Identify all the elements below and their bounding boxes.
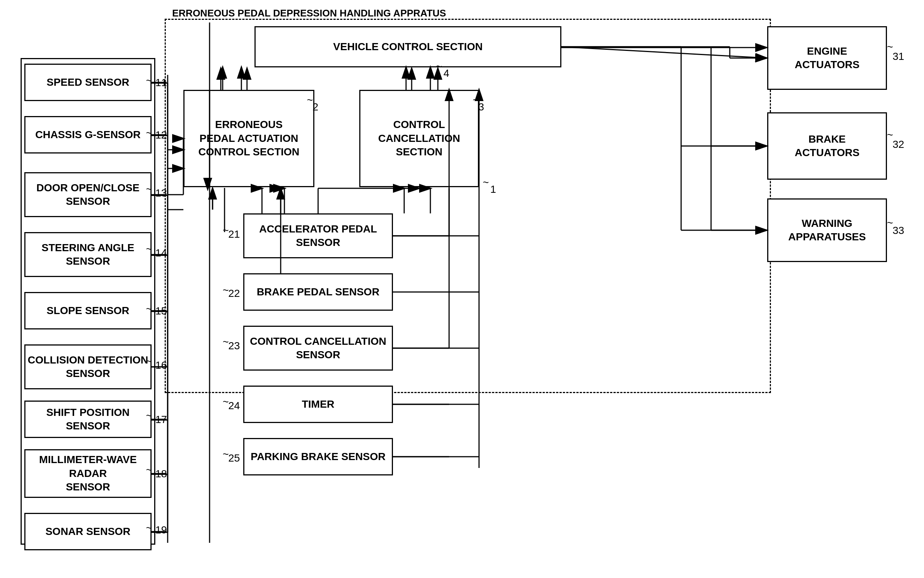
door-open-close-box: DOOR OPEN/CLOSE SENSOR — [24, 172, 152, 217]
tilde-32: ~ — [887, 129, 893, 141]
timer-box: TIMER — [243, 386, 393, 423]
warning-apparatuses-box: WARNING APPARATUSES — [767, 198, 887, 262]
apparatus-label: ERRONEOUS PEDAL DEPRESSION HANDLING APPR… — [172, 8, 446, 19]
ref-25: 25 — [228, 452, 240, 464]
ref-21: 21 — [228, 228, 240, 240]
tilde-15: ~ — [146, 303, 152, 315]
speed-sensor-box: SPEED SENSOR — [24, 63, 152, 101]
ref-11: 11 — [155, 77, 167, 89]
slope-sensor-box: SLOPE SENSOR — [24, 292, 152, 330]
tilde-11: ~ — [146, 75, 152, 87]
tilde-4: ~ — [436, 61, 442, 73]
ref-19: 19 — [155, 524, 167, 536]
ref-13: 13 — [155, 187, 167, 199]
tilde-12: ~ — [146, 127, 152, 139]
ref-16: 16 — [155, 359, 167, 371]
tilde-16: ~ — [146, 356, 152, 368]
ref-15: 15 — [155, 305, 167, 317]
tilde-33: ~ — [887, 217, 893, 229]
tilde-18: ~ — [146, 464, 152, 476]
brake-actuators-box: BRAKE ACTUATORS — [767, 112, 887, 180]
ref-18: 18 — [155, 468, 167, 480]
vehicle-control-box: VEHICLE CONTROL SECTION — [255, 26, 561, 67]
control-cancellation-sensor-box: CONTROL CANCELLATION SENSOR — [243, 326, 393, 370]
tilde-13: ~ — [146, 183, 152, 195]
engine-actuators-box: ENGINE ACTUATORS — [767, 26, 887, 90]
ref-32: 32 — [893, 138, 904, 151]
ref-31: 31 — [893, 50, 904, 63]
tilde-24: ~ — [223, 396, 229, 408]
ref-14: 14 — [155, 247, 167, 259]
millimeter-wave-box: MILLIMETER-WAVE RADAR SENSOR — [24, 449, 152, 498]
ref-3: 3 — [478, 101, 484, 113]
control-cancellation-section-box: CONTROL CANCELLATION SECTION — [359, 90, 479, 187]
steering-angle-box: STEERING ANGLE SENSOR — [24, 232, 152, 277]
ref-17: 17 — [155, 414, 167, 425]
tilde-3: ~ — [473, 94, 479, 106]
ref-4: 4 — [444, 67, 449, 80]
ref-12: 12 — [155, 129, 167, 141]
tilde-14: ~ — [146, 244, 152, 255]
ref-24: 24 — [228, 400, 240, 412]
tilde-31: ~ — [887, 41, 893, 53]
chassis-g-sensor-box: CHASSIS G-SENSOR — [24, 116, 152, 154]
ref-33: 33 — [893, 225, 904, 237]
tilde-23: ~ — [223, 336, 229, 348]
tilde-1: ~ — [483, 177, 489, 189]
shift-position-box: SHIFT POSITION SENSOR — [24, 401, 152, 438]
tilde-19: ~ — [146, 522, 152, 534]
tilde-2: ~ — [307, 94, 313, 106]
ref-1: 1 — [490, 183, 496, 195]
ref-22: 22 — [228, 287, 240, 299]
brake-pedal-sensor-box: BRAKE PEDAL SENSOR — [243, 273, 393, 311]
tilde-25: ~ — [223, 448, 229, 461]
tilde-22: ~ — [223, 284, 229, 297]
accelerator-pedal-box: ACCELERATOR PEDAL SENSOR — [243, 213, 393, 258]
ref-23: 23 — [228, 340, 240, 352]
tilde-17: ~ — [146, 410, 152, 422]
ref-2: 2 — [313, 101, 318, 113]
sonar-sensor-box: SONAR SENSOR — [24, 513, 152, 550]
parking-brake-box: PARKING BRAKE SENSOR — [243, 438, 393, 476]
tilde-21: ~ — [223, 225, 229, 237]
erroneous-pedal-box: ERRONEOUS PEDAL ACTUATION CONTROL SECTIO… — [183, 90, 314, 187]
collision-detection-box: COLLISION DETECTION SENSOR — [24, 344, 152, 389]
